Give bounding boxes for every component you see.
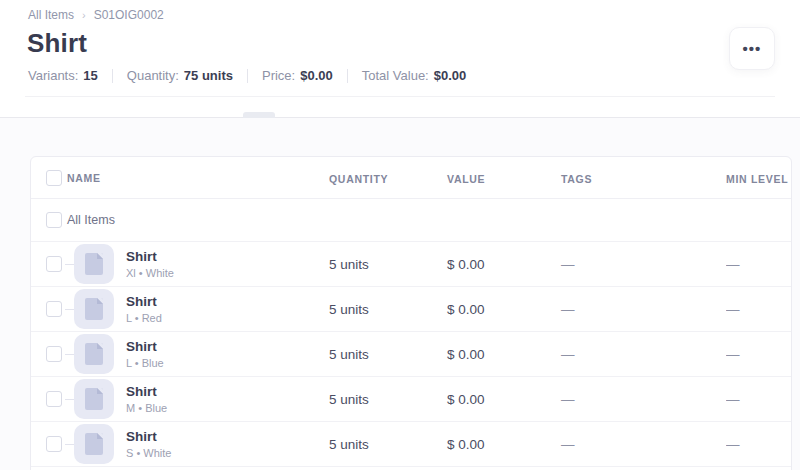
ellipsis-icon: •••	[743, 41, 762, 56]
row-connector-line	[65, 264, 74, 265]
tags-cell: —	[561, 392, 575, 407]
breadcrumb-current: S01OIG0002	[94, 8, 164, 22]
breadcrumb-chevron-icon: ›	[82, 9, 86, 21]
item-thumbnail[interactable]	[74, 334, 114, 374]
min-level-cell: —	[726, 347, 740, 362]
tags-cell: —	[561, 257, 575, 272]
value-cell: $ 0.00	[447, 302, 485, 317]
stat-variants: Variants: 15	[28, 68, 98, 83]
breadcrumb-all-items[interactable]: All Items	[28, 8, 74, 22]
stat-price: Price: $0.00	[233, 68, 333, 83]
item-thumbnail[interactable]	[74, 424, 114, 464]
variants-table: Name Quantity Value Tags Min Level All I…	[30, 156, 792, 470]
item-name[interactable]: Shirt	[126, 294, 162, 311]
tags-cell: —	[561, 437, 575, 452]
row-connector-line	[65, 444, 74, 445]
min-level-cell: —	[726, 257, 740, 272]
variant-row[interactable]: Shirt L • Red 5 units $ 0.00 — —	[31, 287, 791, 332]
row-checkbox[interactable]	[46, 346, 62, 362]
value-cell: $ 0.00	[447, 392, 485, 407]
table-body: Shirt Xl • White 5 units $ 0.00 — — Shir…	[31, 242, 791, 467]
page-header: All Items › S01OIG0002 Shirt ••• Variant…	[0, 0, 800, 117]
item-thumbnail[interactable]	[74, 289, 114, 329]
stat-variants-label: Variants:	[28, 68, 78, 83]
item-thumbnail[interactable]	[74, 379, 114, 419]
row-connector-line	[65, 309, 74, 310]
tags-cell: —	[561, 347, 575, 362]
header-divider	[25, 96, 775, 97]
item-name[interactable]: Shirt	[126, 249, 174, 266]
item-name[interactable]: Shirt	[126, 384, 167, 401]
stat-total-value: Total Value: $0.00	[333, 68, 467, 83]
value-cell: $ 0.00	[447, 347, 485, 362]
stat-variants-value: 15	[83, 68, 97, 83]
document-icon	[85, 253, 103, 275]
item-variant: M • Blue	[126, 402, 167, 414]
group-checkbox[interactable]	[46, 212, 62, 228]
row-connector-line	[65, 354, 74, 355]
stat-quantity-value: 75 units	[184, 68, 233, 83]
document-icon	[85, 388, 103, 410]
quantity-cell: 5 units	[329, 347, 369, 362]
stat-quantity: Quantity: 75 units	[98, 68, 233, 83]
min-level-cell: —	[726, 392, 740, 407]
variant-row[interactable]: Shirt L • Blue 5 units $ 0.00 — —	[31, 332, 791, 377]
stat-price-value: $0.00	[300, 68, 333, 83]
min-level-cell: —	[726, 302, 740, 317]
group-row-all-items[interactable]: All Items	[31, 199, 791, 242]
quantity-cell: 5 units	[329, 392, 369, 407]
row-checkbox[interactable]	[46, 256, 62, 272]
more-options-button[interactable]: •••	[729, 27, 775, 70]
row-checkbox[interactable]	[46, 301, 62, 317]
document-icon	[85, 433, 103, 455]
item-name[interactable]: Shirt	[126, 429, 171, 446]
value-cell: $ 0.00	[447, 437, 485, 452]
min-level-cell: —	[726, 437, 740, 452]
stat-price-label: Price:	[262, 68, 295, 83]
stat-total-value-value: $0.00	[434, 68, 467, 83]
group-label: All Items	[67, 213, 115, 227]
quantity-cell: 5 units	[329, 302, 369, 317]
column-header-value[interactable]: Value	[447, 173, 485, 185]
item-variant: L • Blue	[126, 357, 164, 369]
column-header-min-level[interactable]: Min Level	[726, 173, 788, 185]
clipped-toolbar-remnant	[243, 112, 275, 118]
document-icon	[85, 298, 103, 320]
quantity-cell: 5 units	[329, 257, 369, 272]
row-checkbox[interactable]	[46, 391, 62, 407]
column-header-tags[interactable]: Tags	[561, 173, 592, 185]
item-variant: S • White	[126, 447, 171, 459]
item-stats: Variants: 15 Quantity: 75 units Price: $…	[28, 68, 466, 83]
page-title: Shirt	[27, 28, 87, 59]
row-connector-line	[65, 399, 74, 400]
item-name[interactable]: Shirt	[126, 339, 164, 356]
variant-row[interactable]: Shirt S • White 5 units $ 0.00 — —	[31, 422, 791, 467]
select-all-checkbox[interactable]	[46, 170, 62, 186]
column-header-name[interactable]: Name	[67, 172, 101, 184]
variant-row[interactable]: Shirt M • Blue 5 units $ 0.00 — —	[31, 377, 791, 422]
stat-quantity-label: Quantity:	[127, 68, 179, 83]
item-thumbnail[interactable]	[74, 244, 114, 284]
variant-row[interactable]: Shirt Xl • White 5 units $ 0.00 — —	[31, 242, 791, 287]
table-header-row: Name Quantity Value Tags Min Level	[31, 157, 791, 199]
content-area: Name Quantity Value Tags Min Level All I…	[0, 117, 800, 470]
stat-total-value-label: Total Value:	[362, 68, 429, 83]
document-icon	[85, 343, 103, 365]
column-header-quantity[interactable]: Quantity	[329, 173, 388, 185]
quantity-cell: 5 units	[329, 437, 369, 452]
item-variant: Xl • White	[126, 267, 174, 279]
tags-cell: —	[561, 302, 575, 317]
item-variant: L • Red	[126, 312, 162, 324]
row-checkbox[interactable]	[46, 436, 62, 452]
breadcrumb: All Items › S01OIG0002	[28, 8, 164, 22]
value-cell: $ 0.00	[447, 257, 485, 272]
